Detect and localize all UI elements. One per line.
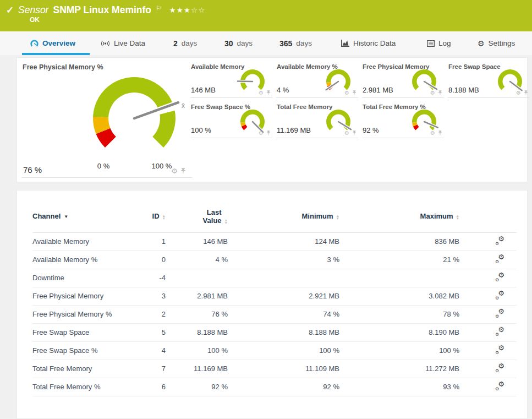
cell-last: 76 % [166, 305, 228, 323]
cell-id: 2 [120, 305, 166, 323]
cell-last: 146 MB [166, 232, 228, 251]
pin-icon[interactable] [180, 168, 186, 175]
sort-icon: ▲▼ [336, 214, 339, 220]
cell-max: 836 MB [339, 232, 459, 251]
cell-channel: Free Physical Memory [32, 287, 120, 305]
edit-channel-icon[interactable]: ⚙⚙ [495, 346, 504, 354]
edit-channel-icon[interactable]: ⚙⚙ [495, 273, 504, 281]
pin-icon[interactable] [352, 130, 357, 136]
tab-30-days[interactable]: 30 days [224, 31, 253, 55]
table-row[interactable]: Downtime-4⚙⚙ [32, 269, 517, 287]
cell-max: 3.082 MB [339, 287, 459, 305]
tab-2-days[interactable]: 2 days [173, 31, 197, 55]
cell-actions: ⚙⚙ [459, 323, 517, 341]
table-row[interactable]: Free Swap Space %4100 %100 %100 %⚙⚙ [32, 341, 517, 360]
sort-icon: ▲▼ [162, 214, 166, 220]
cell-id: 3 [120, 287, 166, 305]
gauge-value: 4 % [277, 86, 289, 94]
active-tab-underline [22, 53, 90, 55]
edit-channel-icon[interactable]: ⚙⚙ [495, 328, 504, 336]
gauge-value: 11.169 MB [277, 126, 311, 134]
cell-last [166, 269, 228, 287]
gear-icon[interactable]: ⚙ [171, 167, 178, 175]
column-header-id[interactable]: ID▲▼ [120, 191, 166, 232]
mini-gauge-panel: Available Memory146 MB⚙ [190, 62, 272, 98]
cell-min: 100 % [228, 341, 339, 360]
gear-icon[interactable]: ⚙ [259, 90, 264, 96]
table-row[interactable]: Free Swap Space58.188 MB8.188 MB8.190 MB… [32, 323, 517, 341]
channel-table-card: Channel▼ ID▲▼ Last Value▲▼ Minimum▲▼ Max… [17, 190, 528, 419]
rating-stars[interactable]: ★★★☆☆ [169, 4, 206, 17]
pin-icon[interactable] [266, 90, 271, 96]
tab-log[interactable]: Log [427, 31, 451, 55]
cell-last: 8.188 MB [166, 323, 228, 341]
column-header-maximum[interactable]: Maximum▲▼ [339, 191, 459, 232]
table-row[interactable]: Free Physical Memory %276 %74 %78 %⚙⚙ [32, 305, 517, 323]
pin-icon[interactable] [266, 130, 271, 136]
edit-channel-icon[interactable]: ⚙⚙ [495, 364, 504, 372]
gear-icon[interactable]: ⚙ [259, 130, 264, 136]
edit-channel-icon[interactable]: ⚙⚙ [495, 237, 504, 245]
main-gauge: x̄ [21, 61, 192, 178]
table-row[interactable]: Free Physical Memory32.981 MB2.921 MB3.0… [32, 287, 517, 305]
edit-channel-icon[interactable]: ⚙⚙ [495, 309, 504, 318]
cell-last: 2.981 MB [166, 287, 228, 305]
gear-icon[interactable]: ⚙ [344, 130, 349, 136]
cell-min: 8.188 MB [228, 323, 339, 341]
tab-365-days[interactable]: 365 days [279, 31, 312, 55]
overview-gauges-card: Free Physical Memory % x̄ 0 % 100 % 76 %… [17, 57, 528, 182]
cell-actions: ⚙⚙ [459, 232, 517, 251]
gauge-scale-min: 0 % [87, 162, 120, 170]
cell-actions: ⚙⚙ [459, 360, 517, 378]
gauge-title: Free Swap Space [448, 63, 501, 70]
column-header-channel[interactable]: Channel▼ [32, 191, 120, 232]
tab-bar: Overview Live Data 2 days 30 days 365 da… [0, 31, 532, 55]
column-header-minimum[interactable]: Minimum▲▼ [228, 191, 339, 232]
channel-table: Channel▼ ID▲▼ Last Value▲▼ Minimum▲▼ Max… [32, 191, 517, 396]
edit-channel-icon[interactable]: ⚙⚙ [495, 382, 504, 390]
pin-icon[interactable] [524, 90, 528, 96]
pin-icon[interactable] [438, 90, 442, 96]
tab-settings[interactable]: ⚙ Settings [478, 31, 515, 55]
mini-gauge-panel: Total Free Memory11.169 MB⚙ [276, 102, 358, 138]
mini-gauge-panel: Free Physical Memory2.981 MB⚙ [362, 62, 444, 98]
cell-id: 7 [120, 360, 166, 378]
gear-icon[interactable]: ⚙ [430, 130, 435, 136]
cell-min: 11.109 MB [228, 360, 339, 378]
cell-min: 2.921 MB [228, 287, 339, 305]
tab-overview[interactable]: Overview [30, 31, 75, 55]
mini-gauge-panel: Free Swap Space %100 %⚙ [190, 102, 272, 138]
gear-icon[interactable]: ⚙ [430, 90, 435, 96]
gear-icon[interactable]: ⚙ [516, 90, 521, 96]
table-row[interactable]: Total Free Memory711.169 MB11.109 MB11.2… [32, 360, 517, 378]
cell-max: 100 % [339, 341, 459, 360]
cell-actions: ⚙⚙ [459, 378, 517, 396]
gauge-value: 2.981 MB [363, 86, 393, 94]
cell-min: 3 % [228, 251, 339, 269]
flag-icon[interactable]: ⚐ [156, 2, 162, 14]
column-header-last-value[interactable]: Last Value▲▼ [166, 191, 228, 232]
edit-channel-icon[interactable]: ⚙⚙ [495, 255, 504, 263]
cell-channel: Free Swap Space % [32, 341, 120, 360]
cell-channel: Free Physical Memory % [32, 305, 120, 323]
main-gauge-panel: Free Physical Memory % x̄ 0 % 100 % 76 %… [21, 61, 192, 178]
table-row[interactable]: Total Free Memory %692 %92 %93 %⚙⚙ [32, 378, 517, 396]
gauge-value: 100 % [191, 126, 211, 134]
pin-icon[interactable] [438, 130, 442, 136]
cell-channel: Downtime [32, 269, 120, 287]
object-kind-label: Sensor [18, 4, 48, 16]
settings-gear-icon: ⚙ [478, 40, 485, 47]
status-badge: OK [30, 16, 40, 24]
pin-icon[interactable] [352, 90, 357, 96]
gear-icon[interactable]: ⚙ [344, 90, 349, 96]
tab-historic-data[interactable]: Historic Data [341, 31, 396, 55]
edit-channel-icon[interactable]: ⚙⚙ [495, 291, 504, 300]
cell-channel: Total Free Memory % [32, 378, 120, 396]
live-data-icon [101, 40, 110, 47]
cell-id: 6 [120, 378, 166, 396]
column-header-actions [459, 191, 517, 232]
gauge-value: 76 % [23, 165, 42, 175]
table-row[interactable]: Available Memory1146 MB124 MB836 MB⚙⚙ [32, 232, 517, 251]
tab-live-data[interactable]: Live Data [101, 31, 145, 55]
table-row[interactable]: Available Memory %04 %3 %21 %⚙⚙ [32, 251, 517, 269]
